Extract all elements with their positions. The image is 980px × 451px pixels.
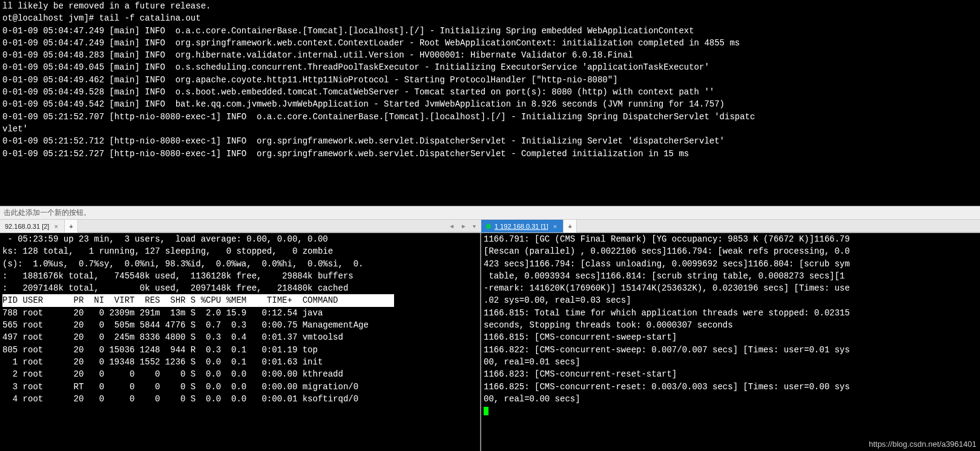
log-line: 0-01-09 05:04:49.528 [main] INFO o.s.boo… <box>2 87 714 97</box>
gc-line: 1166.823: [CMS-concurrent-reset-start] <box>484 369 677 379</box>
gc-line: 1166.822: [CMS-concurrent-sweep: 0.007/0… <box>484 345 850 355</box>
gc-line: 00, real=0.00 secs] <box>484 394 580 404</box>
gc-line: 1166.825: [CMS-concurrent-reset: 0.003/0… <box>484 382 850 392</box>
gc-log-pane[interactable]: 1166.791: [GC (CMS Final Remark) [YG occ… <box>481 233 980 451</box>
add-tab-button[interactable]: + <box>564 220 577 232</box>
log-line: vlet' <box>2 124 28 134</box>
table-row: 497 root 20 0 245m 8336 4800 S 0.3 0.4 0… <box>2 332 343 342</box>
session-tab-left[interactable]: 92.168.0.31 [2] × <box>0 220 65 232</box>
gc-line: .02 sys=0.00, real=0.03 secs] <box>484 295 631 305</box>
gc-line: 1166.815: [CMS-concurrent-sweep-start] <box>484 332 677 342</box>
top-summary-line: ks: 128 total, 1 running, 127 sleeping, … <box>2 246 333 256</box>
tab-spacer: ◄ ► ▾ <box>78 220 481 232</box>
table-row: 4 root 20 0 0 0 0 S 0.0 0.0 0:00.01 ksof… <box>2 394 358 404</box>
toolbar-hint: 击此处添加一个新的按钮。 <box>4 208 91 217</box>
top-summary-line: - 05:23:59 up 23 min, 3 users, load aver… <box>2 234 328 244</box>
top-command-pane[interactable]: - 05:23:59 up 23 min, 3 users, load aver… <box>0 233 481 451</box>
table-row: 3 root RT 0 0 0 0 S 0.0 0.0 0:00.00 migr… <box>2 382 358 392</box>
status-dot-icon <box>486 224 491 229</box>
log-line: 0-01-09 05:21:52.712 [http-nio-8080-exec… <box>2 136 725 146</box>
terminal-cursor <box>484 407 488 415</box>
gc-line: 423 secs]1166.794: [class unloading, 0.0… <box>484 259 850 269</box>
quick-button-toolbar[interactable]: 击此处添加一个新的按钮。 <box>0 206 980 220</box>
log-line: 0-01-09 05:04:49.045 [main] INFO o.s.sch… <box>2 62 709 72</box>
gc-line: seconds, Stopping threads took: 0.000030… <box>484 320 733 330</box>
log-line: ot@localhost jvm]# tail -f catalina.out <box>2 13 201 23</box>
log-line: 0-01-09 05:04:47.249 [main] INFO o.a.c.c… <box>2 26 694 36</box>
gc-line: 1166.815: Total time for which applicati… <box>484 308 850 318</box>
gc-line: [Rescan (parallel) , 0.0022106 secs]1166… <box>484 246 850 256</box>
tab-spacer <box>577 220 980 232</box>
log-line: 0-01-09 05:04:49.542 [main] INFO bat.ke.… <box>2 99 725 109</box>
tab-prev-icon[interactable]: ◄ <box>447 223 456 229</box>
log-line: 0-01-09 05:21:52.707 [http-nio-8080-exec… <box>2 112 755 122</box>
close-icon[interactable]: × <box>53 223 59 230</box>
gc-line: 1166.791: [GC (CMS Final Remark) [YG occ… <box>484 234 850 244</box>
top-summary-line: : 2097148k total, 0k used, 2097148k free… <box>2 283 348 293</box>
table-row: 805 root 20 0 15036 1248 944 R 0.3 0.1 0… <box>2 345 318 355</box>
gc-line: 00, real=0.01 secs] <box>484 357 580 367</box>
tab-label: 92.168.0.31 [2] <box>5 223 49 230</box>
table-row: 2 root 20 0 0 0 0 S 0.0 0.0 0:00.00 kthr… <box>2 369 343 379</box>
table-row: 788 root 20 0 2309m 291m 13m S 2.0 15.9 … <box>2 308 323 318</box>
session-tab-right[interactable]: 1 192.168.0.31 [1] × <box>481 220 564 232</box>
catalina-log-pane[interactable]: ll likely be removed in a future release… <box>0 0 980 206</box>
add-tab-button[interactable]: + <box>65 220 78 232</box>
gc-line: -remark: 141620K(176960K)] 151474K(25363… <box>484 283 850 293</box>
table-row: 1 root 20 0 19348 1552 1236 S 0.0 0.1 0:… <box>2 357 323 367</box>
log-line: 0-01-09 05:04:47.249 [main] INFO org.spr… <box>2 38 740 48</box>
log-line: 0-01-09 05:04:49.462 [main] INFO org.apa… <box>2 75 618 85</box>
gc-line: table, 0.0093934 secs]1166.814: [scrub s… <box>484 271 850 281</box>
log-line: ll likely be removed in a future release… <box>2 1 211 11</box>
log-line: 0-01-09 05:21:52.727 [http-nio-8080-exec… <box>2 149 689 159</box>
top-table-header: PID USER PR NI VIRT RES SHR S %CPU %MEM … <box>2 294 394 306</box>
log-line: 0-01-09 05:04:48.283 [main] INFO org.hib… <box>2 50 633 60</box>
tab-menu-icon[interactable]: ▾ <box>471 223 478 229</box>
close-icon[interactable]: × <box>552 223 558 230</box>
tab-label: 1 192.168.0.31 [1] <box>495 223 548 230</box>
top-summary-line: (s): 1.0%us, 0.7%sy, 0.0%ni, 98.3%id, 0.… <box>2 259 364 269</box>
table-row: 565 root 20 0 505m 5844 4776 S 0.7 0.3 0… <box>2 320 369 330</box>
tab-next-icon[interactable]: ► <box>459 223 469 229</box>
top-summary-line: : 1881676k total, 745548k used, 1136128k… <box>2 271 354 281</box>
watermark: https://blog.csdn.net/a3961401 <box>869 439 976 449</box>
